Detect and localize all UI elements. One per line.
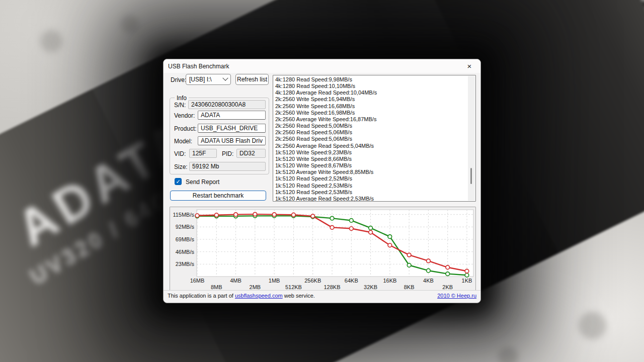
log-line: 1k:5120 Read Speed:2,53MB/s: [275, 183, 466, 189]
log-line: 2k:2560 Read Speed:5,06MB/s: [275, 129, 466, 136]
svg-text:128KB: 128KB: [324, 284, 340, 290]
log-line: 1k:5120 Read Speed:2,53MB/s: [275, 189, 466, 196]
svg-text:4MB: 4MB: [230, 278, 242, 284]
usb-flash-benchmark-window: USB Flash Benchmark × Drive: [USB] I:\ R…: [163, 59, 481, 303]
svg-text:1KB: 1KB: [462, 278, 472, 284]
footer-copyright: 2010 © Heep.ru: [437, 293, 476, 299]
log-scrollbar[interactable]: [468, 76, 475, 201]
heep-ru-link[interactable]: 2010 © Heep.ru: [437, 293, 476, 299]
svg-text:23MB/s: 23MB/s: [176, 261, 195, 267]
svg-text:8MB: 8MB: [211, 284, 222, 290]
footer-text-before: This application is a part of: [168, 293, 235, 299]
speed-chart: 115MB/s92MB/s69MB/s46MB/s23MB/s16MB8MB4M…: [170, 207, 476, 291]
log-line: 1k:5120 Write Speed:9,23MB/s: [275, 149, 466, 156]
log-line: 1k:5120 Write Speed:8,66MB/s: [275, 156, 466, 162]
drive-select-value: [USB] I:\: [189, 76, 223, 83]
log-line: 4k:1280 Read Speed:9,98MB/s: [275, 76, 466, 83]
svg-text:16MB: 16MB: [190, 278, 205, 284]
log-line: 2k:2560 Write Speed:16,68MB/s: [275, 103, 466, 110]
product-label: Product:: [174, 125, 197, 132]
vendor-label: Vendor:: [174, 112, 195, 119]
log-line: 1k:5120 Average Read Speed:2,53MB/s: [275, 196, 466, 202]
log-line: 1k:5120 Write Speed:8,67MB/s: [275, 162, 466, 169]
model-field[interactable]: [198, 136, 266, 145]
benchmark-log[interactable]: 4k:1280 Read Speed:9,98MB/s4k:1280 Read …: [273, 75, 476, 202]
svg-text:69MB/s: 69MB/s: [176, 236, 195, 242]
svg-text:2MB: 2MB: [250, 284, 261, 290]
chevron-down-icon: [222, 75, 228, 81]
svg-text:4KB: 4KB: [423, 278, 434, 284]
svg-text:2KB: 2KB: [442, 284, 453, 290]
send-report-label: Send Report: [186, 178, 219, 186]
size-label: Size:: [174, 163, 188, 170]
log-line: 2k:2560 Read Speed:5,00MB/s: [275, 123, 466, 129]
vid-label: VID:: [174, 150, 186, 157]
restart-benchmark-button[interactable]: Restart benchmark: [170, 191, 266, 201]
svg-text:46MB/s: 46MB/s: [176, 249, 195, 255]
drive-select[interactable]: [USB] I:\: [186, 74, 231, 85]
svg-text:115MB/s: 115MB/s: [173, 212, 194, 218]
sn-label: S/N:: [174, 102, 186, 109]
sn-field: [188, 100, 266, 109]
footer-text-after: web service.: [283, 293, 315, 299]
info-groupbox-legend: Info: [175, 95, 189, 102]
window-title: USB Flash Benchmark: [168, 63, 229, 70]
log-line: 4k:1280 Read Speed:10,10MB/s: [275, 83, 466, 89]
log-line: 2k:2560 Average Read Speed:5,04MB/s: [275, 143, 466, 149]
svg-text:32KB: 32KB: [364, 284, 377, 290]
svg-text:16KB: 16KB: [383, 278, 396, 284]
checkmark-icon: ✓: [176, 178, 180, 185]
close-button[interactable]: ×: [458, 59, 480, 73]
pid-label: PID:: [222, 150, 233, 157]
svg-text:92MB/s: 92MB/s: [176, 224, 195, 230]
concrete-speckle: [579, 312, 606, 339]
screenshot-stage: ADATA UV320 / 64G USB Flash Benchmark × …: [0, 0, 644, 362]
footer-divider: [164, 290, 480, 291]
drive-label: Drive:: [171, 76, 186, 83]
title-bar[interactable]: USB Flash Benchmark ×: [164, 59, 480, 73]
log-line: 2k:2560 Write Speed:16,98MB/s: [275, 110, 466, 116]
log-line: 2k:2560 Average Write Speed:16,87MB/s: [275, 116, 466, 123]
pid-field: [236, 149, 266, 158]
footer-text: This application is a part of usbflashsp…: [168, 293, 315, 299]
refresh-list-button[interactable]: Refresh list: [235, 74, 269, 85]
log-line: 1k:5120 Read Speed:2,52MB/s: [275, 175, 466, 182]
usbflashspeed-link[interactable]: usbflashspeed.com: [235, 293, 283, 299]
concrete-speckle: [40, 30, 62, 52]
size-field: [189, 162, 266, 171]
svg-text:64KB: 64KB: [345, 278, 358, 284]
log-line: 2k:2560 Write Speed:16,94MB/s: [275, 96, 466, 103]
svg-text:1MB: 1MB: [269, 278, 280, 284]
concrete-speckle: [121, 15, 139, 33]
svg-text:256KB: 256KB: [304, 278, 321, 284]
vid-field: [189, 149, 217, 158]
vendor-field[interactable]: [198, 111, 266, 120]
log-line: 4k:1280 Average Read Speed:10,04MB/s: [275, 89, 466, 96]
log-line: 1k:5120 Average Write Speed:8,85MB/s: [275, 169, 466, 175]
model-label: Model:: [174, 138, 192, 145]
close-icon: ×: [467, 62, 472, 70]
log-line: 2k:2560 Read Speed:5,06MB/s: [275, 136, 466, 142]
svg-text:512KB: 512KB: [285, 284, 302, 290]
send-report-checkbox[interactable]: ✓: [175, 178, 182, 185]
svg-text:8KB: 8KB: [404, 284, 415, 290]
speed-chart-svg: 115MB/s92MB/s69MB/s46MB/s23MB/s16MB8MB4M…: [170, 207, 475, 290]
benchmark-log-lines: 4k:1280 Read Speed:9,98MB/s4k:1280 Read …: [275, 76, 466, 202]
product-field[interactable]: [198, 124, 266, 133]
drive-groove-texture: [571, 0, 644, 172]
log-scrollbar-thumb[interactable]: [470, 168, 472, 184]
